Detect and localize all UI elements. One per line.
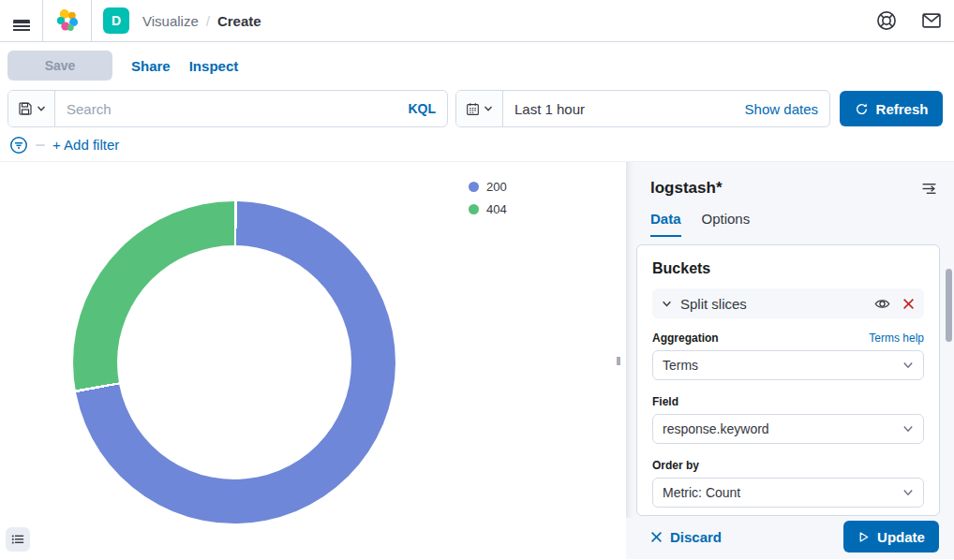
chart-legend: 200 404 [469,175,507,220]
breadcrumb-visualize[interactable]: Visualize [142,13,199,29]
menu-button[interactable] [0,0,43,41]
vis-editor-panel: logstash* Data Options Buckets [626,162,954,559]
order-by-select[interactable]: Metric: Count [652,478,924,508]
donut-hole [117,245,351,479]
tab-data[interactable]: Data [650,211,681,237]
toggle-visibility-button[interactable] [874,296,890,312]
chevron-down-icon [902,487,914,498]
index-pattern-title: logstash* [650,179,723,198]
donut-chart[interactable] [73,201,395,523]
saved-query-menu-button[interactable] [8,91,55,126]
discard-button[interactable]: Discard [650,529,722,545]
panel-scrollbar[interactable] [946,269,952,342]
buckets-card: Buckets Split slices [636,244,940,516]
inspect-button[interactable]: Inspect [189,58,239,74]
chevron-down-icon [902,423,914,435]
kibana-visualize-app: D Visualize / Create Save Share Inspect [0,0,954,560]
refresh-icon [855,102,869,116]
breadcrumb-separator: / [206,13,210,29]
save-button[interactable]: Save [7,51,112,81]
chevron-down-icon [37,104,46,113]
legend-toggle-button[interactable] [6,527,30,552]
editor-tabs: Data Options [626,205,954,237]
calendar-icon [466,102,480,116]
buckets-title: Buckets [652,260,924,277]
search-box: KQL [7,90,448,127]
help-button[interactable] [864,0,909,41]
legend-dot-404 [469,204,479,214]
aggregation-select[interactable]: Terms [652,350,924,380]
aggregation-label: Aggregation [652,332,719,345]
refresh-button[interactable]: Refresh [840,91,943,126]
eye-icon [874,296,890,312]
visualize-toolbar: Save Share Inspect [0,42,954,89]
date-picker: Last 1 hour Show dates [455,90,830,127]
legend-item-200[interactable]: 200 [469,175,507,198]
share-button[interactable]: Share [131,58,171,74]
field-label: Field [652,395,678,408]
add-filter-button[interactable]: + Add filter [52,137,119,153]
breadcrumb-create: Create [217,13,261,29]
chevron-down-icon [484,104,493,113]
editor-footer: Discard Update [626,518,954,559]
hamburger-icon [13,20,30,22]
update-button[interactable]: Update [843,521,939,553]
time-range-value[interactable]: Last 1 hour [503,101,734,117]
newsfeed-button[interactable] [909,0,954,41]
main-content: 200 404 ‖ logstash* [0,162,954,559]
save-icon [18,101,33,116]
split-slices-label: Split slices [680,296,866,312]
filter-icon [9,136,28,155]
field-select[interactable]: response.keyword [652,414,924,444]
tab-options[interactable]: Options [702,211,751,237]
panel-resize-handle[interactable]: ‖ [611,162,626,559]
elastic-logo [43,0,92,41]
filter-bar: + Add filter [0,128,954,162]
terms-help-link[interactable]: Terms help [869,332,924,345]
close-icon [902,298,915,310]
breadcrumb: Visualize / Create [142,0,261,41]
envelope-icon [921,10,942,31]
filter-divider [36,144,45,146]
cross-icon [650,531,663,543]
legend-dot-200 [469,182,479,192]
chevron-down-icon [662,299,672,309]
top-header: D Visualize / Create [0,0,954,42]
chevron-down-icon [902,360,914,371]
visualization-canvas: 200 404 [0,162,611,559]
remove-bucket-button[interactable] [902,298,915,310]
filter-options-button[interactable] [9,136,28,155]
menu-right-icon [921,181,937,197]
play-icon [857,531,870,543]
collapse-panel-button[interactable] [919,179,939,199]
list-icon [11,533,24,546]
search-input[interactable] [55,101,396,117]
life-buoy-icon [876,10,897,31]
order-by-label: Order by [652,459,699,472]
legend-item-404[interactable]: 404 [469,198,507,220]
query-bar: KQL Last 1 hour Show dates Refresh [0,89,954,128]
date-quick-menu-button[interactable] [456,91,503,126]
query-language-button[interactable]: KQL [396,101,447,116]
split-slices-accordion[interactable]: Split slices [652,288,924,318]
space-badge[interactable]: D [103,7,129,34]
show-dates-button[interactable]: Show dates [734,101,829,117]
